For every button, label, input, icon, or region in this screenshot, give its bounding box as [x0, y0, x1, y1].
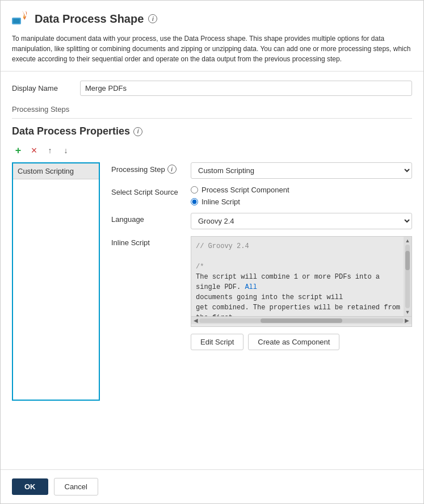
steps-toolbar: + × ↑ ↓: [12, 144, 412, 157]
edit-script-button[interactable]: Edit Script: [191, 334, 244, 350]
cancel-button[interactable]: Cancel: [54, 478, 98, 495]
inline-script-row: Inline Script // Groovy 2.4 /* The scrip…: [111, 236, 412, 327]
language-select[interactable]: Groovy 2.4: [191, 213, 412, 229]
step-item[interactable]: Custom Scripting: [13, 163, 99, 179]
dialog-footer: OK Cancel: [1, 469, 423, 503]
scroll-thumb-horizontal[interactable]: [261, 318, 342, 323]
processing-step-info-icon[interactable]: i: [167, 165, 177, 174]
scroll-track-vertical: [405, 245, 410, 308]
radio-process-script-input[interactable]: [191, 186, 198, 194]
step-item-label: Custom Scripting: [18, 167, 74, 175]
section-title: Data Process Properties: [12, 125, 130, 137]
ok-button[interactable]: OK: [12, 478, 48, 495]
create-component-button[interactable]: Create as Component: [248, 334, 339, 350]
radio-inline-script-label: Inline Script: [201, 198, 240, 206]
steps-list: Custom Scripting: [12, 162, 100, 401]
properties-panel: Processing Step i Custom Scripting Selec…: [100, 162, 412, 401]
language-row: Language Groovy 2.4: [111, 213, 412, 229]
script-line-3: The script will combine 1 or more PDFs i…: [196, 273, 380, 291]
display-name-row: Display Name: [12, 81, 412, 96]
main-content: Custom Scripting Processing Step i Custo…: [12, 162, 412, 401]
scroll-left-arrow[interactable]: ◀: [192, 317, 199, 324]
script-area-wrapper: // Groovy 2.4 /* The script will combine…: [191, 236, 412, 327]
data-process-shape-dialog: Data Process Shape i To manipulate docum…: [0, 0, 424, 504]
script-source-label: Select Script Source: [111, 186, 191, 196]
script-source-options: Process Script Component Inline Script: [191, 186, 412, 206]
title-info-icon[interactable]: i: [148, 14, 157, 23]
title-row: Data Process Shape i: [12, 10, 412, 28]
language-label: Language: [111, 213, 191, 224]
radio-process-script-label: Process Script Component: [201, 186, 289, 194]
scroll-track-horizontal: [199, 318, 404, 323]
script-vertical-scrollbar[interactable]: ▲ ▼: [404, 237, 412, 316]
data-process-icon: [12, 10, 30, 28]
section-divider: [12, 118, 412, 119]
processing-step-select[interactable]: Custom Scripting: [191, 162, 412, 179]
scroll-thumb-vertical[interactable]: [405, 251, 410, 270]
section-title-row: Data Process Properties i: [12, 125, 412, 137]
dialog-header: Data Process Shape i To manipulate docum…: [1, 1, 423, 72]
remove-step-button[interactable]: ×: [28, 144, 40, 157]
script-horizontal-scrollbar[interactable]: ◀ ▶: [191, 316, 412, 324]
display-name-label: Display Name: [12, 84, 80, 93]
language-value: Groovy 2.4: [191, 213, 412, 229]
processing-steps-label: Processing Steps: [12, 105, 412, 114]
script-button-row: Edit Script Create as Component: [111, 334, 412, 350]
radio-inline-script-input[interactable]: [191, 198, 198, 205]
radio-inline-script[interactable]: Inline Script: [191, 198, 412, 206]
svg-rect-1: [13, 19, 20, 23]
move-down-button[interactable]: ↓: [60, 144, 72, 157]
script-all-text: All: [245, 283, 257, 291]
dialog-title: Data Process Shape: [35, 12, 144, 26]
scroll-up-arrow[interactable]: ▲: [405, 237, 410, 243]
inline-script-label: Inline Script: [111, 236, 191, 247]
display-name-input[interactable]: [80, 81, 412, 96]
scroll-down-arrow[interactable]: ▼: [405, 309, 410, 316]
script-line-5: get combined. The properties will be ret…: [196, 304, 400, 316]
processing-step-row: Processing Step i Custom Scripting: [111, 162, 412, 179]
section-info-icon[interactable]: i: [133, 127, 142, 136]
scroll-right-arrow[interactable]: ▶: [404, 317, 410, 324]
add-step-button[interactable]: +: [12, 144, 24, 157]
processing-step-label: Processing Step i: [111, 162, 191, 174]
script-content-display: // Groovy 2.4 /* The script will combine…: [191, 237, 412, 316]
script-line-1: // Groovy 2.4: [196, 242, 249, 250]
radio-process-script[interactable]: Process Script Component: [191, 186, 412, 194]
move-up-button[interactable]: ↑: [44, 144, 56, 157]
dialog-body: Display Name Processing Steps Data Proce…: [1, 72, 423, 469]
script-source-row: Select Script Source Process Script Comp…: [111, 186, 412, 206]
inline-script-value: // Groovy 2.4 /* The script will combine…: [191, 236, 412, 327]
script-line-2: /*: [196, 263, 204, 271]
header-description: To manipulate document data with your pr…: [12, 33, 412, 64]
processing-step-value: Custom Scripting: [191, 162, 412, 179]
script-line-4: documents going into the script will: [196, 293, 343, 301]
